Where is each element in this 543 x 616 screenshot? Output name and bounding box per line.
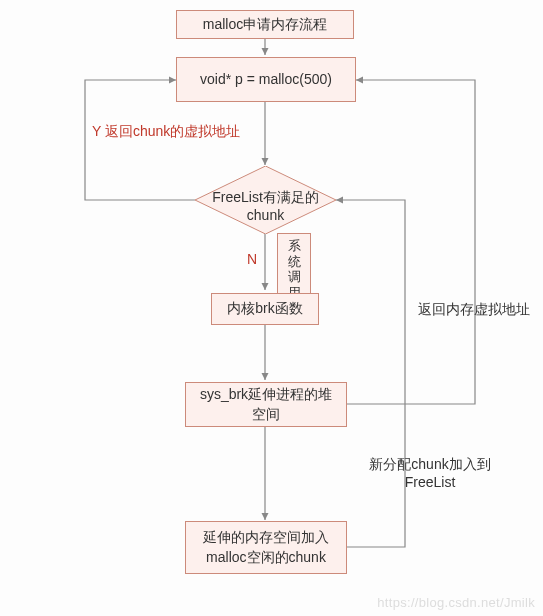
decision-text: FreeList有满足的chunk (195, 166, 336, 224)
node-sysbrk: sys_brk延伸进程的堆空间 (185, 382, 347, 427)
label-add-chunk: 新分配chunk加入到 FreeList (355, 455, 505, 491)
title-box: malloc申请内存流程 (176, 10, 354, 39)
label-return-virt: 返回内存虚拟地址 (414, 300, 534, 318)
watermark: https://blog.csdn.net/Jmilk (377, 595, 535, 610)
label-yes: Y 返回chunk的虚拟地址 (92, 122, 262, 140)
node-start: void* p = malloc(500) (176, 57, 356, 102)
node-extend: 延伸的内存空间加入malloc空闲的chunk (185, 521, 347, 574)
node-brk: 内核brk函数 (211, 293, 319, 325)
label-no: N (247, 250, 257, 268)
node-decision: FreeList有满足的chunk (195, 166, 336, 234)
